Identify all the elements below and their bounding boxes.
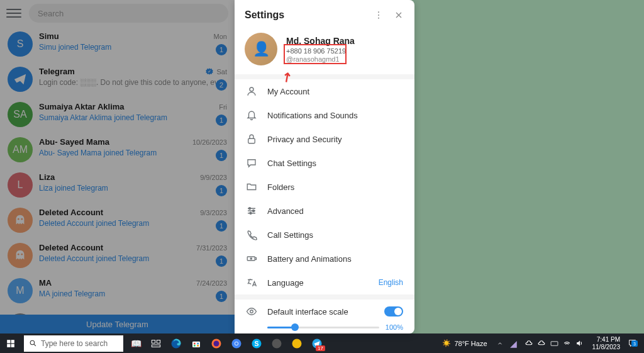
- avatar: M: [8, 278, 33, 303]
- app-icon[interactable]: [267, 333, 287, 353]
- svg-point-10: [253, 210, 255, 212]
- phone-icon: [246, 229, 257, 240]
- tray-app-icon[interactable]: ◢: [508, 333, 520, 353]
- settings-item-phone[interactable]: Call Settings: [235, 223, 414, 247]
- svg-point-11: [250, 212, 252, 214]
- chat-date: 9/9/2023: [200, 174, 227, 181]
- scale-toggle[interactable]: [384, 306, 403, 317]
- start-button[interactable]: [0, 333, 21, 353]
- taskbar-search[interactable]: Type here to search: [24, 335, 123, 352]
- svg-point-0: [18, 218, 19, 220]
- close-icon[interactable]: [393, 9, 404, 21]
- chat-preview: Deleted Account joined Telegram: [39, 254, 227, 263]
- windows-taskbar: Type here to search 📖 S 17 ☀️ 78°F Haze …: [0, 333, 644, 353]
- chat-preview: Sumaiya Aktar Aklima joined Telegram: [39, 113, 227, 122]
- avatar: SA: [8, 102, 33, 127]
- settings-item-bell[interactable]: Notifications and Sounds: [235, 103, 414, 127]
- svg-rect-16: [7, 340, 10, 343]
- chat-item[interactable]: AM Abu- Sayed Mama10/26/2023 Abu- Sayed …: [0, 132, 235, 167]
- unread-badge: 1: [216, 255, 227, 267]
- svg-rect-27: [197, 342, 199, 344]
- keyboard-icon: [550, 339, 558, 347]
- svg-point-5: [378, 14, 379, 16]
- svg-rect-22: [157, 340, 160, 343]
- weather-widget[interactable]: ☀️ 78°F Haze: [437, 339, 492, 347]
- interface-scale-section: Default interface scale 100%: [235, 300, 414, 333]
- task-view-icon[interactable]: [146, 333, 166, 353]
- tray-expand-icon[interactable]: [494, 333, 506, 353]
- sliders-icon: [246, 205, 257, 216]
- chat-icon: [246, 157, 257, 169]
- svg-rect-17: [11, 340, 14, 343]
- settings-item-lang[interactable]: Language English: [235, 271, 414, 294]
- unread-badge: 1: [216, 291, 227, 302]
- settings-item-sliders[interactable]: Advanced: [235, 199, 414, 223]
- hamburger-menu-icon[interactable]: [6, 6, 21, 21]
- settings-item-battery[interactable]: Battery and Animations: [235, 247, 414, 271]
- folder-icon: [246, 181, 257, 193]
- scale-label: Default interface scale: [267, 307, 374, 317]
- svg-point-4: [378, 11, 379, 13]
- chat-item[interactable]: Deleted Account9/3/2023 Deleted Account …: [0, 203, 235, 238]
- chrome-canary-icon[interactable]: [287, 333, 307, 353]
- app-icon[interactable]: 📖: [126, 333, 146, 353]
- settings-item-lock[interactable]: Privacy and Security: [235, 127, 414, 151]
- notifications-icon[interactable]: 3: [625, 339, 639, 348]
- scale-slider[interactable]: [267, 327, 379, 328]
- menu-extra: English: [379, 278, 403, 287]
- svg-rect-28: [194, 345, 196, 347]
- menu-label: Language: [267, 278, 369, 288]
- svg-rect-25: [192, 341, 200, 347]
- unread-badge: 1: [216, 220, 227, 232]
- onedrive-icon: [525, 339, 533, 347]
- chat-item[interactable]: S SimuMon Simu joined Telegram 1: [0, 26, 235, 62]
- chat-name: Abu- Sayed Mama: [39, 137, 190, 147]
- chat-item[interactable]: L Liza9/9/2023 Liza joined Telegram 1: [0, 167, 235, 203]
- svg-rect-23: [152, 345, 160, 347]
- edge-icon[interactable]: [166, 333, 186, 353]
- settings-item-user[interactable]: My Account: [235, 79, 414, 103]
- clock[interactable]: 7:41 PM11/8/2023: [589, 336, 625, 351]
- profile-phone: +880 18 906 75219: [286, 47, 404, 55]
- update-banner[interactable]: Update Telegram: [0, 315, 235, 333]
- chrome-icon[interactable]: [226, 333, 247, 353]
- chat-name: Telegram: [39, 67, 203, 76]
- chat-item[interactable]: SA Sumaiya Aktar AklimaFri Sumaiya Aktar…: [0, 97, 235, 132]
- svg-point-7: [250, 87, 253, 91]
- svg-point-14: [250, 258, 252, 259]
- lang-icon: [246, 277, 257, 288]
- chat-list: S SimuMon Simu joined Telegram 1 Telegra…: [0, 26, 235, 315]
- menu-label: Privacy and Security: [267, 135, 403, 144]
- chat-name: MA: [39, 278, 194, 288]
- skype-icon[interactable]: S: [247, 333, 267, 353]
- system-tray[interactable]: [521, 339, 587, 347]
- svg-rect-29: [197, 345, 199, 347]
- settings-menu: My Account Notifications and Sounds Priv…: [235, 79, 414, 333]
- telegram-icon[interactable]: 17: [307, 333, 327, 353]
- chat-date: Mon: [214, 33, 227, 40]
- chat-item[interactable]: TelegramSat Login code: ░░░. Do not give…: [0, 62, 235, 97]
- avatar: [8, 243, 33, 268]
- settings-item-chat[interactable]: Chat Settings: [235, 151, 414, 175]
- avatar: L: [8, 172, 33, 198]
- store-icon[interactable]: [186, 333, 206, 353]
- chat-item[interactable]: Deleted Account7/31/2023 Deleted Account…: [0, 238, 235, 273]
- svg-point-37: [272, 339, 282, 348]
- menu-label: Chat Settings: [267, 159, 403, 168]
- menu-label: Notifications and Sounds: [267, 111, 403, 120]
- search-input[interactable]: Search: [29, 4, 228, 23]
- chat-preview: Abu- Sayed Mama joined Telegram: [39, 148, 227, 157]
- chat-name: Simu: [39, 31, 211, 41]
- settings-item-folder[interactable]: Folders: [235, 175, 414, 199]
- unread-badge: 1: [216, 185, 227, 196]
- bell-icon: [246, 109, 257, 121]
- more-icon[interactable]: [373, 9, 384, 21]
- chat-item[interactable]: M MA7/24/2023 MA joined Telegram 1: [0, 273, 235, 308]
- avatar: S: [8, 31, 33, 57]
- chat-date: 9/3/2023: [200, 209, 227, 216]
- chat-item[interactable]: 🧑 Ramjan F6/15/2023 Ramjan F joined Tele…: [0, 308, 235, 315]
- svg-text:S: S: [254, 339, 258, 347]
- profile-section[interactable]: 👤 Md. Sohag Rana +880 18 906 75219 @rana…: [235, 30, 414, 74]
- unread-badge: 1: [216, 44, 227, 55]
- firefox-icon[interactable]: [206, 333, 226, 353]
